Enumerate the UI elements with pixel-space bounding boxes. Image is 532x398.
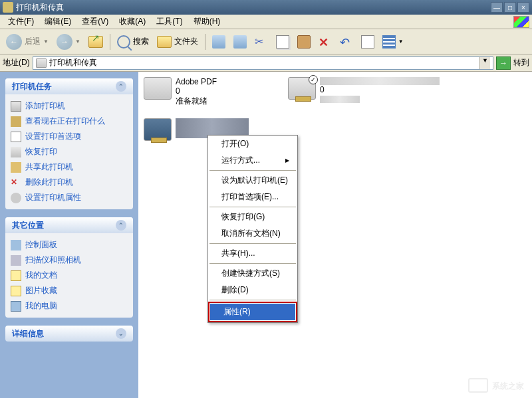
other-places-header[interactable]: 其它位置 ⌃ [5,217,133,233]
ctx-share[interactable]: 共享(H)... [208,245,297,262]
other-places-panel: 其它位置 ⌃ 控制面板 扫描仪和照相机 我的文档 图片收藏 我的电脑 [5,217,133,318]
paste-button[interactable] [294,32,314,52]
ctx-delete[interactable]: 删除(D) [208,282,297,298]
views-button[interactable]: ▼ [379,32,407,52]
close-button[interactable]: × [517,2,529,13]
printer-small-icon [36,58,47,68]
documents-icon [11,270,21,281]
add-printer-icon [11,101,21,112]
window-icon [3,2,13,13]
place-documents[interactable]: 我的文档 [11,268,128,283]
copy-icon [276,35,289,49]
go-label: 转到 [513,57,529,68]
menu-file[interactable]: 文件(F) [3,15,39,29]
place-computer[interactable]: 我的电脑 [11,298,128,314]
ctx-resume[interactable]: 恢复打印(G) [208,209,297,225]
minimize-button[interactable]: — [491,2,503,13]
printer-icon [144,77,172,100]
task-add-printer[interactable]: 添加打印机 [11,98,128,114]
menu-bar: 文件(F) 编辑(E) 查看(V) 收藏(A) 工具(T) 帮助(H) [0,15,532,29]
address-input[interactable]: 打印机和传真 ▼ [33,56,493,70]
cut-button[interactable]: ✂ [251,32,271,52]
place-control-panel[interactable]: 控制面板 [11,237,128,252]
folders-button[interactable]: 文件夹 [154,32,201,52]
task-preferences[interactable]: 设置打印首选项 [11,129,128,144]
toolbar-separator [205,34,205,50]
ctx-runas[interactable]: 运行方式...▶ [208,152,297,169]
ctx-separator [209,243,296,244]
printer-name: Adobe PDF [176,77,217,86]
control-panel-icon [11,240,21,250]
menu-help[interactable]: 帮助(H) [188,15,226,29]
computer-icon [11,301,21,312]
menu-view[interactable]: 查看(V) [76,15,114,29]
maximize-button[interactable]: □ [504,2,516,13]
ctx-shortcut[interactable]: 创建快捷方式(S) [208,265,297,282]
copy-to-icon [233,35,247,49]
ctx-properties[interactable]: 属性(R) [210,304,295,320]
submenu-arrow-icon: ▶ [285,157,289,163]
printer-name [320,77,440,85]
properties-button[interactable] [358,32,378,52]
printer-item[interactable]: ✓ 0 [288,77,440,103]
menu-favorites[interactable]: 收藏(A) [114,15,151,29]
place-pictures[interactable]: 图片收藏 [11,283,128,298]
ctx-set-default[interactable]: 设为默认打印机(E) [208,172,297,189]
ctx-separator [209,263,296,264]
windows-flag-icon [513,16,529,28]
folders-icon [157,36,172,48]
toolbar: ← 后退 ▼ → ▼ ↗ 搜索 文件夹 ✂ ✕ ↶ ▼ [0,29,532,54]
back-dropdown-icon: ▼ [43,39,49,45]
task-delete[interactable]: ✕删除此打印机 [11,175,128,190]
prefs-icon [11,132,21,142]
ctx-open[interactable]: 打开(O) [208,136,297,152]
collapse-chevron-icon: ⌃ [116,220,126,231]
panel-title: 详细信息 [12,328,44,340]
printer-status [320,96,360,103]
undo-button[interactable]: ↶ [336,32,356,52]
sidebar: 打印机任务 ⌃ 添加打印机 查看现在正在打印什么 设置打印首选项 恢复打印 共享… [0,72,138,398]
place-scanners[interactable]: 扫描仪和照相机 [11,252,128,268]
search-label: 搜索 [133,36,149,47]
menu-edit[interactable]: 编辑(E) [39,15,76,29]
context-menu: 打开(O) 运行方式...▶ 设为默认打印机(E) 打印首选项(E)... 恢复… [207,135,298,323]
back-arrow-icon: ← [6,34,22,50]
menu-tools[interactable]: 工具(T) [151,15,188,29]
delete-button[interactable]: ✕ [315,32,335,52]
network-printer-icon [144,118,172,141]
back-label: 后退 [25,36,41,47]
ctx-separator [209,207,296,207]
toolbar-separator [110,34,110,50]
pictures-icon [11,286,21,296]
task-view-queue[interactable]: 查看现在正在打印什么 [11,114,128,129]
clipboard-icon [297,35,311,49]
copy-to-button[interactable] [230,32,250,52]
up-button[interactable]: ↗ [85,32,106,52]
forward-button[interactable]: → ▼ [53,32,84,52]
search-button[interactable]: 搜索 [114,32,152,52]
delete-x-icon: ✕ [319,35,332,49]
printer-tasks-header[interactable]: 打印机任务 ⌃ [5,78,133,94]
undo-icon: ↶ [340,35,353,49]
watermark: 系统之家 [468,377,524,393]
go-button[interactable]: → [496,56,511,70]
ctx-cancel-all[interactable]: 取消所有文档(N) [208,225,297,242]
share-icon [11,162,21,173]
address-dropdown-icon[interactable]: ▼ [479,57,490,69]
panel-title: 打印机任务 [12,81,52,92]
task-resume[interactable]: 恢复打印 [11,144,128,159]
copy-button[interactable] [273,32,293,52]
collapse-chevron-icon: ⌃ [116,81,126,92]
details-header[interactable]: 详细信息 ⌄ [5,326,133,342]
default-check-icon: ✓ [309,75,318,84]
printer-item[interactable]: Adobe PDF 0 准备就绪 [144,77,217,107]
queue-icon [11,116,21,127]
task-share[interactable]: 共享此打印机 [11,159,128,175]
back-button[interactable]: ← 后退 ▼ [3,32,52,52]
task-properties[interactable]: 设置打印机属性 [11,190,128,205]
ctx-preferences[interactable]: 打印首选项(E)... [208,189,297,205]
move-to-button[interactable] [209,32,229,52]
forward-arrow-icon: → [57,34,72,50]
printer-docs: 0 [176,86,217,96]
watermark-icon [468,378,488,393]
